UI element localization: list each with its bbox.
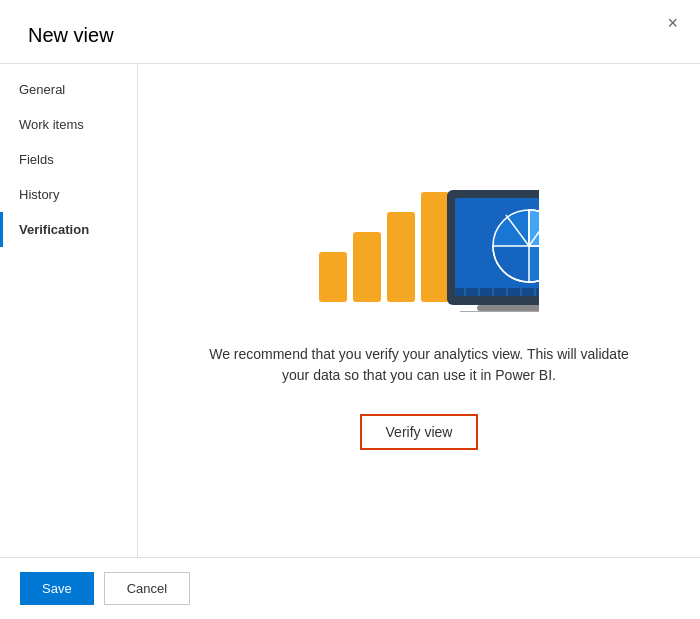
- cancel-button[interactable]: Cancel: [104, 572, 190, 605]
- svg-rect-2: [387, 212, 415, 302]
- sidebar-item-history[interactable]: History: [0, 177, 137, 212]
- close-icon: ×: [667, 13, 678, 33]
- save-button[interactable]: Save: [20, 572, 94, 605]
- svg-rect-0: [319, 252, 347, 302]
- svg-rect-25: [477, 305, 539, 311]
- sidebar-item-work-items[interactable]: Work items: [0, 107, 137, 142]
- svg-rect-1: [353, 232, 381, 302]
- svg-rect-13: [455, 288, 539, 296]
- dialog-body: General Work items Fields History Verifi…: [0, 64, 700, 557]
- analytics-illustration: [299, 172, 539, 316]
- sidebar-item-general[interactable]: General: [0, 72, 137, 107]
- svg-rect-26: [459, 311, 539, 312]
- sidebar: General Work items Fields History Verifi…: [0, 64, 138, 557]
- verification-description: We recommend that you verify your analyt…: [209, 344, 629, 386]
- close-button[interactable]: ×: [661, 12, 684, 34]
- sidebar-item-verification[interactable]: Verification: [0, 212, 137, 247]
- dialog-title: New view: [0, 0, 700, 64]
- main-content: We recommend that you verify your analyt…: [138, 64, 700, 557]
- verify-view-button[interactable]: Verify view: [360, 414, 479, 450]
- svg-rect-3: [421, 192, 449, 302]
- sidebar-item-fields[interactable]: Fields: [0, 142, 137, 177]
- dialog-footer: Save Cancel: [0, 557, 700, 619]
